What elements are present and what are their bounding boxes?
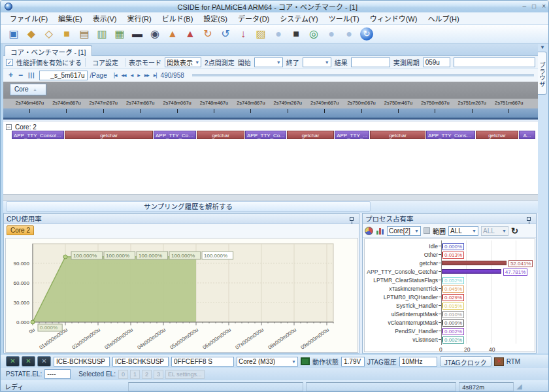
- benchmark-track-area: − Core: 2 APP_TTY_Console...getcharAPP_T…: [3, 121, 538, 194]
- flash-card-icon[interactable]: ▨: [253, 26, 269, 42]
- tab-core2[interactable]: Core 2: [7, 225, 34, 235]
- track-segment-function[interactable]: APP_TTY_Consol...: [426, 131, 475, 139]
- maximize-button[interactable]: □: [532, 3, 536, 10]
- nav-first-button[interactable]: |◂: [112, 72, 118, 78]
- camera-icon[interactable]: ■: [288, 26, 304, 42]
- source-file-icon[interactable]: ▥: [94, 26, 110, 42]
- refresh-icon[interactable]: ↻: [511, 226, 518, 236]
- menu-item[interactable]: ウィンドウ(W): [365, 12, 423, 25]
- ice-control-button[interactable]: ✕: [37, 356, 51, 367]
- analyze-sampling-button[interactable]: サンプリング履歴を解析する: [6, 201, 371, 212]
- ice-control-button[interactable]: ✕: [22, 356, 35, 367]
- download-icon[interactable]: ↓: [235, 26, 251, 42]
- timeline-scrollbar[interactable]: [192, 74, 534, 76]
- browser-dock-tab[interactable]: ブラウザ: [538, 52, 547, 95]
- core-select-bottom[interactable]: Core2 (M33)▼: [237, 357, 298, 367]
- pin-icon[interactable]: [527, 217, 531, 221]
- menu-item[interactable]: 実行(R): [122, 12, 156, 25]
- menu-item[interactable]: データ(D): [233, 12, 274, 25]
- start-select[interactable]: ▼: [254, 57, 283, 67]
- track-segment-getchar[interactable]: getchar: [476, 131, 518, 139]
- timestamp-tick: [435, 109, 435, 113]
- resize-grip[interactable]: ◢: [516, 383, 522, 390]
- tab-core-benchmark[interactable]: コア・ベンチマーク - [1]: [5, 45, 92, 56]
- memory-card-icon[interactable]: ▬: [129, 26, 145, 42]
- screen-config-icon[interactable]: ▣: [6, 26, 22, 42]
- zoom-out-button[interactable]: −: [17, 71, 24, 80]
- track-segment-getchar[interactable]: getchar: [65, 131, 153, 139]
- chip-flash2-icon[interactable]: ▲: [182, 26, 198, 42]
- horizontal-scrollbar[interactable]: [3, 194, 538, 201]
- menu-item[interactable]: ツール(T): [324, 12, 365, 25]
- core-config-button[interactable]: コア設定: [89, 57, 122, 68]
- reset-icon[interactable]: ↺: [218, 26, 233, 42]
- notebook-icon[interactable]: ▤: [76, 26, 92, 42]
- process-bar[interactable]: [442, 269, 501, 274]
- chip-search-icon[interactable]: ◎: [306, 26, 322, 42]
- end-select[interactable]: ▼: [303, 57, 331, 67]
- menu-item[interactable]: ヘルプ(H): [422, 12, 464, 25]
- process-bar[interactable]: [442, 261, 507, 265]
- row-tick: [439, 339, 441, 340]
- sort-indicator-icon: ▵: [34, 87, 37, 95]
- project-close-icon[interactable]: ◇: [41, 26, 57, 42]
- track-segment-getchar[interactable]: getchar: [287, 131, 334, 139]
- close-button[interactable]: ×: [542, 3, 546, 10]
- nav-last-button[interactable]: ▸|: [152, 72, 158, 78]
- pie-chart-icon[interactable]: [365, 227, 373, 235]
- menu-item[interactable]: ビルド(B): [157, 12, 199, 25]
- nav-forward-button[interactable]: ▸: [136, 72, 141, 78]
- menu-item[interactable]: ファイル(F): [5, 12, 53, 25]
- display-mode-select[interactable]: 関数表示▼: [165, 57, 201, 67]
- core-select[interactable]: Core[2]▼: [387, 226, 421, 236]
- track-segment-function[interactable]: APP_TTY_Console...: [12, 131, 64, 139]
- track-segment-function[interactable]: A...: [519, 131, 535, 139]
- filter-select[interactable]: ALL▼: [448, 226, 478, 236]
- reload-icon[interactable]: ↻: [200, 26, 216, 42]
- process-row-label: xTaskIncrementTick: [365, 286, 438, 292]
- period-field[interactable]: 059u: [423, 57, 450, 67]
- overflow-chevron-icon[interactable]: ▼: [540, 44, 545, 50]
- track-segment-getchar[interactable]: getchar: [370, 131, 425, 139]
- fit-all-button[interactable]: |||: [27, 72, 37, 78]
- menu-item[interactable]: 表示(V): [88, 12, 122, 25]
- cpu-usage-panel: CPU使用率 Core 2 0.00030.00060.00090.0000u0…: [3, 213, 359, 353]
- source-file2-icon[interactable]: ▦: [112, 26, 127, 42]
- nav-fast-forward-button[interactable]: ▸▸: [143, 72, 150, 78]
- project-open-icon[interactable]: ◆: [24, 26, 39, 42]
- collapse-icon[interactable]: −: [6, 124, 12, 130]
- jtag-clock-button[interactable]: JTAGクロック: [440, 356, 491, 367]
- enable-evaluation-checkbox[interactable]: ✓: [6, 59, 13, 66]
- zoom-in-button[interactable]: +: [7, 71, 14, 80]
- folder-icon[interactable]: ■: [59, 26, 75, 42]
- track-segment-function[interactable]: APP_TTY_Cons...: [154, 131, 196, 139]
- timestamp-label: 2s746m867u: [48, 99, 85, 108]
- chip-flash-icon[interactable]: ▲: [165, 26, 180, 42]
- selected-el-label: Selected EL:: [78, 370, 116, 378]
- bar-chart-icon[interactable]: [376, 227, 384, 235]
- process-panel-toolbar: Core[2]▼ 範囲 ALL▼ ALL▼ ↻: [363, 224, 536, 238]
- track-segment-function[interactable]: APP_TTY_Co...: [245, 131, 286, 139]
- core-column-header[interactable]: Core ▵: [10, 84, 46, 95]
- track-segment-function[interactable]: APP_TTY_...: [335, 131, 369, 139]
- refresh-icon[interactable]: ↻: [360, 27, 373, 41]
- page-position-field[interactable]: _s_5m617u: [39, 71, 88, 80]
- tab-close-icon[interactable]: ×: [65, 46, 75, 55]
- symbol-search-icon[interactable]: ◉: [147, 26, 163, 42]
- enable-evaluation-label: 性能評価を有効にする: [16, 57, 82, 67]
- ice-control-button[interactable]: ✕: [6, 356, 20, 367]
- nav-back-button[interactable]: ◂: [129, 72, 135, 78]
- menu-item[interactable]: システム(Y): [274, 12, 323, 25]
- track-segment-getchar[interactable]: getchar: [197, 131, 244, 139]
- minimize-button[interactable]: –: [523, 3, 527, 10]
- el-button: EL settings...: [165, 370, 205, 379]
- nav-fast-back-button[interactable]: ◂◂: [120, 72, 127, 78]
- separator: [85, 58, 86, 67]
- result-field[interactable]: [351, 57, 390, 67]
- pin-icon[interactable]: [350, 217, 354, 221]
- menu-item[interactable]: 設定(S): [198, 12, 233, 25]
- menu-item[interactable]: 編集(E): [53, 12, 88, 25]
- svg-text:02s000m000u: 02s000m000u: [71, 327, 101, 350]
- range-button[interactable]: 範囲: [433, 226, 446, 236]
- comment-field[interactable]: [454, 57, 535, 67]
